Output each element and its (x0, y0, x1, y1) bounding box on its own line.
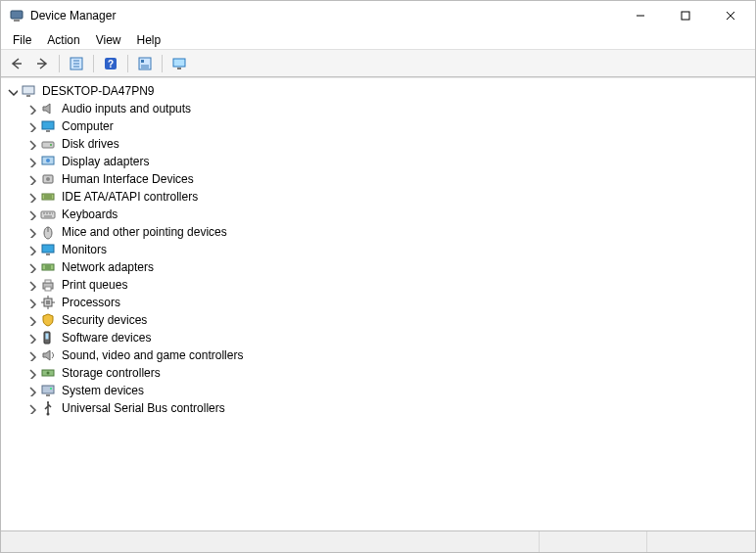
chevron-right-icon[interactable] (24, 243, 38, 256)
tree-node[interactable]: Storage controllers (24, 364, 755, 382)
tree-node-label: Software devices (60, 331, 153, 345)
toolbar-separator (127, 55, 128, 72)
tree-node[interactable]: Audio inputs and outputs (24, 100, 755, 117)
system-icon (40, 383, 56, 398)
tree-node-label: Sound, video and game controllers (60, 348, 245, 362)
chevron-right-icon[interactable] (24, 401, 38, 415)
close-button[interactable] (708, 1, 753, 30)
software-icon (40, 330, 56, 346)
tree-node[interactable]: Print queues (24, 276, 755, 294)
usb-icon (40, 400, 56, 416)
tree-node[interactable]: Monitors (24, 241, 755, 258)
status-cell (647, 531, 755, 552)
tree-node-label: Security devices (60, 313, 149, 327)
status-cell (1, 531, 540, 552)
monitor-icon (40, 118, 56, 134)
mouse-icon (40, 224, 56, 240)
show-hide-tree-button[interactable] (65, 53, 88, 74)
tree-node-label: Storage controllers (60, 366, 163, 380)
ide-icon (40, 189, 56, 205)
tree-node[interactable]: Human Interface Devices (24, 170, 755, 188)
scan-hardware-button[interactable] (167, 53, 191, 74)
tree-node[interactable]: Disk drives (24, 135, 755, 153)
tree-node[interactable]: Universal Serial Bus controllers (24, 399, 755, 417)
menu-view[interactable]: View (88, 31, 129, 49)
tree-node[interactable]: Software devices (24, 329, 755, 346)
toolbar (1, 50, 755, 77)
chevron-right-icon[interactable] (24, 278, 38, 292)
disk-icon (40, 136, 56, 152)
menu-help[interactable]: Help (129, 31, 169, 49)
tree-node[interactable]: Processors (24, 294, 755, 311)
tree-root-node[interactable]: DESKTOP-DA47PN9 (5, 82, 755, 100)
properties-icon (137, 56, 153, 71)
help-icon (103, 56, 118, 71)
tree-node-label: Processors (60, 296, 122, 309)
properties-button[interactable] (133, 53, 157, 74)
chevron-right-icon[interactable] (24, 331, 38, 345)
tree-node-label: Mice and other pointing devices (60, 225, 229, 239)
toolbar-separator (93, 55, 94, 72)
chevron-right-icon[interactable] (24, 313, 38, 327)
forward-button[interactable] (30, 53, 54, 74)
printer-icon (40, 277, 56, 293)
sound-video-icon (40, 347, 56, 363)
tree-node-label: Audio inputs and outputs (60, 102, 193, 115)
toolbar-separator (59, 55, 60, 72)
scan-hardware-icon (171, 56, 187, 71)
tree-node-label: Universal Serial Bus controllers (60, 401, 227, 415)
tree-node-label: Print queues (60, 278, 129, 292)
chevron-right-icon[interactable] (24, 366, 38, 380)
tree-node-label: Disk drives (60, 137, 121, 151)
chevron-right-icon[interactable] (24, 348, 38, 362)
minimize-button[interactable] (618, 1, 663, 30)
chevron-right-icon[interactable] (24, 102, 38, 115)
tree-node-label: Monitors (60, 243, 109, 256)
titlebar: Device Manager (1, 1, 755, 30)
chevron-right-icon[interactable] (24, 260, 38, 274)
tree-node[interactable]: Computer (24, 117, 755, 135)
tree-node-label: IDE ATA/ATAPI controllers (60, 190, 200, 204)
tree-node-label: Display adapters (60, 155, 151, 168)
chevron-right-icon[interactable] (24, 119, 38, 133)
tree-node-label: Network adapters (60, 260, 156, 274)
chevron-right-icon[interactable] (24, 225, 38, 239)
back-button[interactable] (5, 53, 28, 74)
monitor-icon (40, 242, 56, 257)
show-hide-tree-icon (69, 56, 84, 71)
storage-icon (40, 365, 56, 381)
security-icon (40, 312, 56, 328)
tree-node[interactable]: Display adapters (24, 153, 755, 170)
tree-node[interactable]: Sound, video and game controllers (24, 346, 755, 364)
chevron-right-icon[interactable] (24, 384, 38, 397)
network-icon (40, 259, 56, 275)
chevron-right-icon[interactable] (24, 207, 38, 221)
tree-node[interactable]: Network adapters (24, 258, 755, 276)
tree-node[interactable]: IDE ATA/ATAPI controllers (24, 188, 755, 206)
statusbar (1, 530, 755, 552)
chevron-right-icon[interactable] (24, 155, 38, 168)
tree-node-label: Computer (60, 119, 116, 133)
forward-icon (34, 56, 50, 71)
help-button[interactable] (99, 53, 122, 74)
svg-rect-37 (682, 12, 689, 20)
tree-node[interactable]: Mice and other pointing devices (24, 223, 755, 241)
tree-node[interactable]: System devices (24, 382, 755, 399)
tree-node[interactable]: Keyboards (24, 206, 755, 223)
tree-node[interactable]: Security devices (24, 311, 755, 329)
back-icon (9, 56, 24, 71)
device-tree[interactable]: DESKTOP-DA47PN9 Audio inputs and outputs… (1, 77, 755, 530)
keyboard-icon (40, 207, 56, 222)
status-cell (540, 531, 647, 552)
audio-icon (40, 101, 56, 116)
chevron-down-icon[interactable] (5, 84, 19, 98)
menu-file[interactable]: File (5, 31, 39, 49)
menu-action[interactable]: Action (39, 31, 87, 49)
tree-root-label: DESKTOP-DA47PN9 (40, 84, 157, 98)
chevron-right-icon[interactable] (24, 190, 38, 204)
hid-icon (40, 171, 56, 187)
maximize-button[interactable] (663, 1, 708, 30)
chevron-right-icon[interactable] (24, 296, 38, 309)
chevron-right-icon[interactable] (24, 137, 38, 151)
chevron-right-icon[interactable] (24, 172, 38, 186)
